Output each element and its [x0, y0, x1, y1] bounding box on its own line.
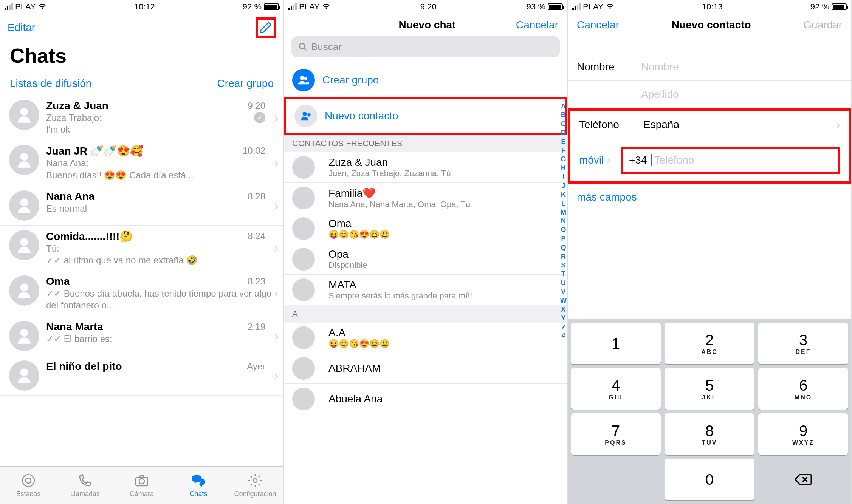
contact-row[interactable]: MATASiempre serás lo más grande para mí!… — [284, 275, 567, 305]
save-button[interactable]: Guardar — [803, 19, 842, 31]
create-group-row[interactable]: Crear grupo — [284, 63, 567, 97]
new-group-button[interactable]: Crear grupo — [217, 77, 274, 90]
contact-row[interactable]: A.A😝😊😘😍😆😃 — [284, 323, 567, 353]
chat-sender: Nana Ana: — [46, 157, 278, 169]
chat-row[interactable]: Nana Marta ✓✓ El barrio es: 2:19 › — [0, 316, 283, 356]
carrier-label: PLAY — [15, 2, 36, 12]
contact-sub: Siempre serás lo más grande para mí!! — [328, 291, 472, 301]
surname-input[interactable]: Apellido — [641, 88, 842, 100]
index-letter[interactable]: Q — [561, 243, 566, 252]
contact-name: A.A — [328, 327, 390, 339]
chevron-right-icon: › — [274, 241, 278, 254]
chat-row[interactable]: Comida.......!!!!🤔 Tú: ✓✓ al ritmo que v… — [0, 226, 283, 271]
index-letter[interactable]: L — [561, 199, 565, 208]
country-select[interactable]: España — [643, 119, 836, 131]
phone-label: Teléfono — [579, 119, 643, 131]
contact-row[interactable]: Zuza & JuanJuan, Zuza Trabajo, Zuzanna, … — [284, 152, 567, 183]
svg-point-8 — [22, 475, 34, 487]
index-letter[interactable]: O — [561, 226, 566, 234]
chevron-right-icon: › — [274, 369, 278, 382]
avatar — [292, 388, 315, 410]
chat-row[interactable]: Zuza & Juan Zuza Trabajo: I'm ok 9:20 › — [0, 95, 283, 140]
index-letter[interactable]: U — [561, 279, 566, 288]
index-letter[interactable]: Y — [561, 314, 565, 323]
tab-camara[interactable]: Cámara — [113, 467, 170, 504]
phone-type-select[interactable]: móvil › — [579, 154, 621, 166]
cancel-button[interactable]: Cancelar — [516, 19, 558, 31]
index-letter[interactable]: T — [561, 270, 565, 278]
key-2[interactable]: 2ABC — [665, 323, 754, 364]
chat-row[interactable]: Nana Ana Es normal 8:28 › — [0, 186, 283, 226]
contact-row[interactable]: OpaDisponible — [284, 244, 567, 275]
broadcast-lists-button[interactable]: Listas de difusión — [10, 77, 91, 90]
index-letter[interactable]: # — [561, 332, 565, 340]
cancel-button[interactable]: Cancelar — [577, 19, 619, 31]
battery-icon — [832, 3, 847, 10]
name-input[interactable]: Nombre — [641, 61, 842, 73]
index-letter[interactable]: K — [561, 190, 566, 199]
key-5[interactable]: 5JKL — [665, 368, 754, 410]
index-letter[interactable]: H — [561, 164, 566, 173]
avatar — [9, 100, 39, 130]
chat-row[interactable]: Juan JR 🍼🍼😍🥰 Nana Ana: Buenos días!! 😍😍 … — [0, 140, 283, 186]
compose-button[interactable] — [256, 17, 276, 38]
edit-button[interactable]: Editar — [8, 22, 35, 34]
index-letter[interactable]: D — [561, 128, 566, 137]
key-0[interactable]: 0 — [665, 459, 754, 500]
more-fields-button[interactable]: más campos — [568, 184, 851, 211]
key-1[interactable]: 1 — [571, 323, 661, 364]
index-letter[interactable]: A — [561, 102, 566, 111]
index-letter[interactable]: F — [561, 146, 565, 155]
index-letter[interactable]: I — [562, 173, 564, 181]
chat-preview: Es normal — [46, 203, 278, 214]
chat-preview: ✓✓ El barrio es: — [46, 333, 278, 345]
search-input[interactable]: Buscar — [291, 36, 560, 57]
index-letter[interactable]: M — [561, 208, 566, 217]
contact-row[interactable]: Familia❤️Nana Ana, Nana Marta, Oma, Opa,… — [284, 183, 567, 213]
clock-label: 9:20 — [420, 2, 437, 12]
index-letter[interactable]: N — [561, 217, 566, 226]
key-6[interactable]: 6MNO — [758, 368, 848, 410]
index-letter[interactable]: P — [561, 235, 565, 243]
index-letter[interactable]: R — [561, 252, 566, 261]
signal-icon — [572, 3, 581, 10]
chat-time: 8:24 — [248, 231, 265, 241]
tab-estados[interactable]: Estados — [0, 467, 57, 504]
index-letter[interactable]: V — [561, 288, 565, 296]
index-letter[interactable]: Z — [561, 323, 565, 332]
key-7[interactable]: 7PQRS — [571, 413, 661, 455]
index-letter[interactable]: J — [561, 182, 565, 190]
index-letter[interactable]: X — [561, 305, 565, 314]
tab-llamadas[interactable]: Llamadas — [57, 467, 113, 504]
alpha-index[interactable]: ABCDEFGHIJKLMNOPQRSTUVWXYZ# — [560, 102, 567, 341]
index-letter[interactable]: W — [560, 297, 567, 305]
tab-config[interactable]: Configuración — [227, 467, 283, 504]
avatar — [9, 190, 39, 221]
avatar — [292, 278, 315, 301]
key-3[interactable]: 3DEF — [758, 323, 848, 364]
key-8[interactable]: 8TUV — [665, 413, 754, 455]
svg-point-2 — [20, 153, 28, 161]
clock-label: 10:12 — [134, 2, 155, 12]
svg-point-12 — [253, 479, 257, 483]
new-contact-row[interactable]: Nuevo contacto — [284, 97, 567, 135]
key-9[interactable]: 9WXYZ — [758, 413, 848, 455]
index-letter[interactable]: S — [561, 261, 565, 270]
numeric-keypad: 12ABC3DEF4GHI5JKL6MNO7PQRS8TUV9WXYZ0 — [568, 319, 851, 504]
contact-name: Zuza & Juan — [328, 156, 451, 169]
phone-input[interactable]: Teléfono — [654, 154, 832, 166]
index-letter[interactable]: C — [561, 120, 566, 128]
avatar — [292, 326, 315, 349]
chat-row[interactable]: El niño del pito Ayer › — [0, 356, 283, 396]
delete-key[interactable] — [758, 459, 848, 500]
key-4[interactable]: 4GHI — [571, 368, 661, 410]
contact-row[interactable]: ABRAHAM — [284, 353, 567, 384]
index-letter[interactable]: B — [561, 111, 566, 119]
index-letter[interactable]: E — [561, 138, 565, 146]
contact-row[interactable]: Oma😝😊😘😍😆😃 — [284, 213, 567, 244]
chat-row[interactable]: Oma ✓✓ Buenos día abuela. has tenido tie… — [0, 271, 283, 316]
contact-row[interactable]: Abuela Ana — [284, 384, 567, 414]
index-letter[interactable]: G — [561, 155, 566, 164]
tab-chats[interactable]: Chats — [170, 467, 227, 504]
page-title: Nuevo chat — [399, 19, 456, 31]
